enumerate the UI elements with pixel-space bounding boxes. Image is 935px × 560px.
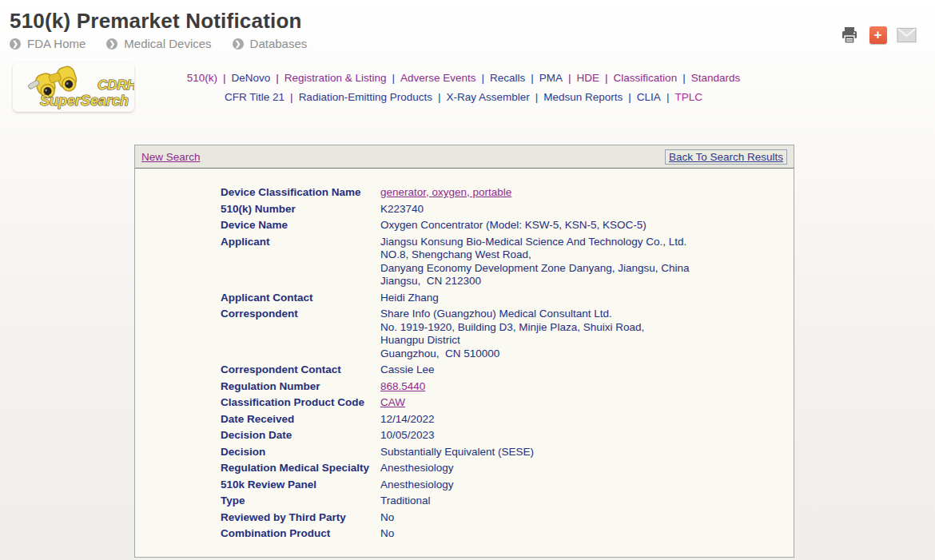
- nav-link[interactable]: HDE: [577, 72, 600, 84]
- table-row: Classification Product CodeCAW: [221, 395, 689, 411]
- table-row: DecisionSubstantially Equivalent (SESE): [221, 444, 689, 461]
- logo-text-supersearch: SuperSearch: [40, 93, 129, 109]
- table-row: Decision Date10/05/2023: [221, 427, 689, 444]
- field-value: 868.5440: [380, 379, 689, 395]
- table-row: 510(k) NumberK223740: [221, 201, 689, 218]
- field-value: 12/14/2022: [380, 411, 689, 428]
- nav-link[interactable]: CFR Title 21: [225, 91, 284, 103]
- share-addthis-icon[interactable]: +: [868, 25, 888, 45]
- nav-separator: |: [563, 72, 577, 84]
- email-icon[interactable]: [897, 25, 917, 45]
- field-value: Anesthesiology: [380, 477, 689, 494]
- nav-separator: |: [661, 91, 675, 103]
- device-detail-table: Device Classification Namegenerator, oxy…: [221, 185, 689, 542]
- nav-link[interactable]: Radiation-Emitting Products: [299, 91, 432, 103]
- breadcrumb-item[interactable]: ❯FDA Home: [10, 37, 86, 50]
- nav-separator: |: [530, 91, 544, 103]
- nav-separator: |: [599, 72, 614, 84]
- table-row: Correspondent ContactCassie Lee: [221, 362, 689, 379]
- table-row: Device NameOxygen Concentrator (Model: K…: [221, 217, 689, 234]
- database-nav: 510(k)|DeNovo|Registration & Listing|Adv…: [144, 69, 783, 107]
- nav-link[interactable]: DeNovo: [232, 72, 271, 84]
- field-value: generator, oxygen, portable: [380, 185, 689, 201]
- field-label: Type: [221, 493, 380, 510]
- nav-separator: |: [525, 72, 539, 84]
- table-row: Regulation Medical SpecialtyAnesthesiolo…: [221, 460, 689, 477]
- nav-row-1: 510(k)|DeNovo|Registration & Listing|Adv…: [144, 69, 783, 88]
- field-value-link[interactable]: CAW: [380, 396, 405, 408]
- nav-row-2: CFR Title 21|Radiation-Emitting Products…: [144, 88, 783, 107]
- table-row: Date Received12/14/2022: [221, 411, 689, 428]
- field-value-link[interactable]: 868.5440: [380, 380, 425, 392]
- chevron-circle-icon: ❯: [106, 38, 117, 50]
- nav-link[interactable]: Medsun Reports: [543, 91, 623, 103]
- nav-separator: |: [432, 91, 447, 103]
- field-label: Decision: [221, 444, 380, 461]
- logo-text-cdrh: CDRH: [97, 77, 134, 93]
- field-value: No: [380, 526, 689, 542]
- nav-separator: |: [677, 72, 691, 84]
- table-row: ApplicantJiangsu Konsung Bio-Medical Sci…: [221, 234, 689, 290]
- table-row: 510k Review PanelAnesthesiology: [221, 477, 689, 494]
- nav-link[interactable]: Adverse Events: [400, 72, 476, 84]
- field-value: K223740: [380, 201, 689, 218]
- field-value: No: [380, 510, 689, 526]
- field-label: 510(k) Number: [221, 201, 380, 218]
- nav-separator: |: [284, 91, 299, 103]
- chevron-circle-icon: ❯: [233, 38, 244, 50]
- table-row: Combination ProductNo: [221, 526, 689, 542]
- field-label: Decision Date: [221, 427, 380, 444]
- new-search-link[interactable]: New Search: [141, 151, 201, 163]
- nav-link[interactable]: Classification: [614, 72, 678, 84]
- field-value: Heidi Zhang: [380, 290, 689, 307]
- result-toolbar: New Search Back To Search Results: [135, 145, 794, 169]
- table-row: Device Classification Namegenerator, oxy…: [221, 185, 689, 201]
- field-label: Date Received: [221, 411, 380, 428]
- field-value: CAW: [380, 395, 689, 411]
- nav-separator: |: [623, 91, 637, 103]
- nav-link[interactable]: Registration & Listing: [284, 72, 387, 84]
- table-row: Reviewed by Third PartyNo: [221, 510, 689, 526]
- breadcrumb-item[interactable]: ❯Databases: [233, 37, 308, 50]
- field-value: Oxygen Concentrator (Model: KSW-5, KSN-5…: [380, 217, 689, 234]
- nav-link[interactable]: CLIA: [637, 91, 661, 103]
- field-value: Substantially Equivalent (SESE): [380, 444, 689, 461]
- field-value-line: No. 1919-1920, Building D3, Minjie Plaza…: [380, 321, 689, 335]
- nav-link[interactable]: Standards: [691, 72, 741, 84]
- field-value: Traditional: [380, 493, 689, 510]
- field-label: Classification Product Code: [221, 395, 380, 411]
- field-value-line: Share Info (Guangzhou) Medical Consultan…: [380, 308, 689, 321]
- field-label: Regulation Medical Specialty: [221, 460, 380, 477]
- print-icon[interactable]: [839, 25, 859, 45]
- cdrh-supersearch-logo[interactable]: CDRH SuperSearch: [13, 62, 134, 112]
- nav-link[interactable]: TPLC: [674, 91, 702, 103]
- field-label: Applicant Contact: [221, 290, 380, 307]
- nav-separator: |: [476, 72, 491, 84]
- field-label: Device Classification Name: [221, 185, 380, 201]
- field-value-line: Danyang Economy Development Zone Danyang…: [380, 262, 689, 276]
- table-row: CorrespondentShare Info (Guangzhou) Medi…: [221, 306, 689, 362]
- field-label: Device Name: [221, 217, 380, 234]
- field-label: Correspondent: [221, 306, 380, 362]
- field-label: Combination Product: [221, 526, 380, 542]
- nav-link[interactable]: 510(k): [187, 72, 217, 84]
- header-icons: +: [839, 25, 917, 45]
- field-label: Regulation Number: [221, 379, 380, 395]
- breadcrumb-item[interactable]: ❯Medical Devices: [106, 37, 211, 50]
- field-value-line: Guangzhou, CN 510000: [380, 348, 689, 361]
- field-value-link[interactable]: generator, oxygen, portable: [380, 186, 511, 198]
- nav-separator: |: [217, 72, 232, 84]
- nav-link[interactable]: X-Ray Assembler: [446, 91, 529, 103]
- chevron-circle-icon: ❯: [10, 38, 21, 50]
- nav-link[interactable]: PMA: [539, 72, 563, 84]
- result-panel: New Search Back To Search Results Device…: [134, 145, 794, 558]
- breadcrumb: ❯FDA Home❯Medical Devices❯Databases: [10, 37, 307, 50]
- nav-link[interactable]: Recalls: [490, 72, 525, 84]
- breadcrumb-label: FDA Home: [27, 37, 86, 50]
- field-label: 510k Review Panel: [221, 477, 380, 494]
- table-row: TypeTraditional: [221, 493, 689, 510]
- field-value: Anesthesiology: [380, 460, 689, 477]
- back-to-search-results-link[interactable]: Back To Search Results: [665, 149, 787, 165]
- nav-separator: |: [270, 72, 284, 84]
- field-value: 10/05/2023: [380, 427, 689, 444]
